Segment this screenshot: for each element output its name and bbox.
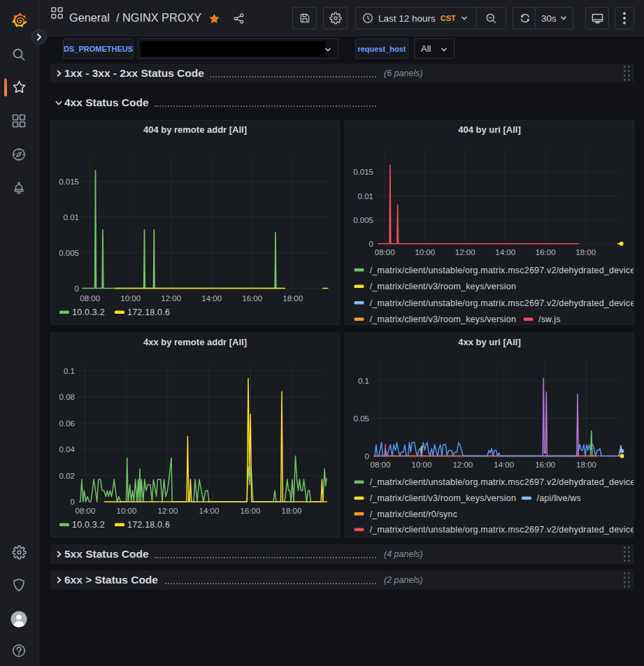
svg-text:0: 0 bbox=[369, 240, 373, 248]
svg-text:10:00: 10:00 bbox=[415, 248, 435, 256]
svg-text:12:00: 12:00 bbox=[452, 461, 473, 469]
svg-text:/_matrix/client/r0/sync: /_matrix/client/r0/sync bbox=[370, 509, 457, 519]
svg-text:0.04: 0.04 bbox=[59, 445, 76, 454]
svg-text:/api/live/ws: /api/live/ws bbox=[537, 493, 582, 503]
svg-text:/_matrix/client/unstable/org.m: /_matrix/client/unstable/org.matrix.msc2… bbox=[370, 266, 634, 275]
svg-text:0: 0 bbox=[75, 284, 79, 293]
svg-text:0.1: 0.1 bbox=[358, 377, 369, 385]
svg-text:/_matrix/client/v3/room_keys/v: /_matrix/client/v3/room_keys/version bbox=[370, 493, 516, 503]
svg-text:172.18.0.6: 172.18.0.6 bbox=[127, 520, 170, 530]
svg-text:14:00: 14:00 bbox=[201, 294, 222, 303]
svg-text:0.01: 0.01 bbox=[358, 192, 373, 201]
svg-text:12:00: 12:00 bbox=[455, 248, 475, 256]
svg-text:0.1: 0.1 bbox=[64, 367, 75, 375]
svg-text:0: 0 bbox=[365, 452, 369, 461]
svg-text:0.08: 0.08 bbox=[59, 393, 75, 401]
svg-text:18:00: 18:00 bbox=[575, 248, 596, 256]
svg-text:14:00: 14:00 bbox=[494, 461, 514, 469]
svg-text:08:00: 08:00 bbox=[375, 248, 395, 256]
svg-text:08:00: 08:00 bbox=[80, 294, 100, 303]
svg-text:10:00: 10:00 bbox=[117, 507, 137, 515]
svg-text:0.005: 0.005 bbox=[59, 249, 79, 257]
svg-text:0.02: 0.02 bbox=[59, 472, 75, 480]
svg-text:10:00: 10:00 bbox=[412, 461, 432, 469]
svg-text:16:00: 16:00 bbox=[535, 461, 555, 469]
svg-text:12:00: 12:00 bbox=[158, 507, 178, 515]
svg-text:08:00: 08:00 bbox=[371, 461, 391, 469]
svg-text:/_matrix/client/unstable/org.m: /_matrix/client/unstable/org.matrix.msc2… bbox=[370, 525, 634, 535]
svg-text:/_matrix/client/v3/room_keys/v: /_matrix/client/v3/room_keys/version bbox=[370, 314, 516, 324]
svg-text:/sw.js: /sw.js bbox=[538, 314, 561, 324]
svg-text:/_matrix/client/unstable/org.m: /_matrix/client/unstable/org.matrix.msc2… bbox=[370, 477, 634, 487]
svg-text:18:00: 18:00 bbox=[576, 461, 596, 469]
svg-text:10:00: 10:00 bbox=[120, 294, 141, 303]
svg-text:0.005: 0.005 bbox=[353, 216, 373, 224]
svg-text:16:00: 16:00 bbox=[242, 294, 262, 303]
svg-text:0.06: 0.06 bbox=[59, 419, 75, 428]
svg-text:14:00: 14:00 bbox=[199, 507, 220, 515]
svg-text:16:00: 16:00 bbox=[536, 248, 556, 256]
svg-text:12:00: 12:00 bbox=[161, 294, 181, 303]
svg-text:/_matrix/client/unstable/org.m: /_matrix/client/unstable/org.matrix.msc2… bbox=[370, 298, 634, 308]
svg-text:10.0.3.2: 10.0.3.2 bbox=[72, 520, 105, 530]
svg-text:18:00: 18:00 bbox=[282, 294, 303, 303]
svg-text:18:00: 18:00 bbox=[282, 507, 302, 515]
svg-text:0.015: 0.015 bbox=[59, 178, 79, 186]
svg-text:0: 0 bbox=[71, 498, 75, 506]
svg-text:172.18.0.6: 172.18.0.6 bbox=[127, 307, 170, 317]
svg-text:/_matrix/client/v3/room_keys/v: /_matrix/client/v3/room_keys/version bbox=[370, 282, 516, 291]
svg-text:10.0.3.2: 10.0.3.2 bbox=[72, 307, 105, 317]
svg-text:16:00: 16:00 bbox=[241, 507, 261, 515]
svg-text:0.015: 0.015 bbox=[353, 168, 373, 176]
svg-text:08:00: 08:00 bbox=[76, 507, 96, 515]
svg-text:14:00: 14:00 bbox=[495, 248, 515, 256]
svg-text:0.01: 0.01 bbox=[64, 213, 79, 222]
svg-text:0.05: 0.05 bbox=[354, 414, 369, 423]
